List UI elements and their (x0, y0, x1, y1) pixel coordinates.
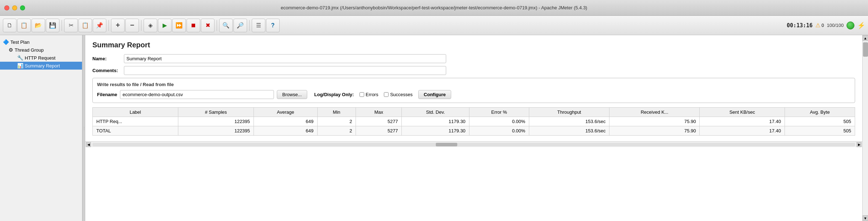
scroll-up-button[interactable]: ▲ (863, 35, 868, 41)
http-request-icon: 🔧 (17, 55, 23, 61)
open-icon: 📂 (35, 22, 42, 29)
clear-all-icon: 🔎 (237, 22, 244, 29)
start-icon: ▶ (163, 22, 167, 29)
start-button[interactable]: ▶ (158, 19, 172, 32)
remote-start-button[interactable]: ◈ (144, 19, 157, 32)
successes-checkbox[interactable] (384, 92, 389, 97)
collapse-button[interactable]: − (125, 19, 139, 32)
scroll-right-button[interactable]: ▶ (857, 142, 862, 147)
comments-label: Comments: (92, 68, 121, 73)
errors-checkbox[interactable] (360, 92, 364, 97)
col-max: Max (356, 108, 402, 117)
col-min: Min (317, 108, 356, 117)
scroll-thumb[interactable] (436, 143, 457, 146)
new-button[interactable]: 🗋 (3, 19, 16, 32)
table-cell: 5277 (356, 117, 402, 126)
expand-button[interactable]: + (111, 19, 125, 32)
clear-all-button[interactable]: 🔎 (233, 19, 247, 32)
test-plan-icon: 🔷 (3, 39, 9, 45)
table-cell: 75.90 (609, 126, 700, 136)
table-cell: 17.40 (700, 126, 785, 136)
cut-button[interactable]: ✂ (64, 19, 78, 32)
stop-button[interactable]: ⏹ (187, 19, 200, 32)
sidebar-item-test-plan[interactable]: 🔷 Test Plan (0, 38, 82, 46)
table-cell: 122395 (178, 126, 254, 136)
thread-group-icon: ⚙ (9, 47, 13, 53)
name-label: Name: (92, 56, 121, 61)
table-cell: HTTP Req... (93, 117, 178, 126)
separator-5 (249, 20, 250, 31)
col-error-pct: Error % (469, 108, 529, 117)
function-helper-button[interactable]: ☰ (252, 19, 265, 32)
file-row: Filename Browse... Log/Display Only: Err… (97, 90, 850, 99)
col-throughput: Throughput (529, 108, 609, 117)
browse-button[interactable]: Browse... (277, 90, 307, 99)
scroll-track[interactable] (92, 143, 855, 146)
sidebar-item-http-request[interactable]: 🔧 HTTP Request (0, 54, 82, 62)
sidebar-divider[interactable]: ⋮ (82, 35, 85, 221)
cut-icon: ✂ (69, 22, 73, 29)
save-icon: 💾 (49, 22, 56, 29)
sidebar-item-label-test-plan: Test Plan (10, 39, 29, 45)
name-row: Name: (92, 54, 855, 63)
table-cell: 1179.30 (402, 117, 469, 126)
expand-icon: + (116, 21, 120, 29)
log-display-label: Log/Display Only: (314, 92, 354, 97)
clear-icon: 🔍 (222, 22, 230, 29)
help-icon: ? (271, 22, 275, 29)
table-cell: TOTAL (93, 126, 178, 136)
help-button[interactable]: ? (266, 19, 280, 32)
bottom-scrollbar[interactable]: ◀ ▶ (85, 141, 862, 147)
start-no-pause-button[interactable]: ⏩ (172, 19, 186, 32)
collapse-icon: − (130, 21, 134, 29)
minimize-button[interactable] (12, 5, 17, 10)
open-template-button[interactable]: 📋 (17, 19, 31, 32)
save-button[interactable]: 💾 (46, 19, 59, 32)
template-icon: 📋 (20, 22, 28, 29)
configure-button[interactable]: Configure (418, 90, 451, 99)
table-cell: 0.00% (469, 126, 529, 136)
sidebar: 🔷 Test Plan ⚙ Thread Group 🔧 HTTP Reques… (0, 35, 82, 221)
col-received-kb: Received K... (609, 108, 700, 117)
successes-checkbox-group: Successes (384, 92, 413, 97)
window-controls (4, 5, 25, 10)
errors-checkbox-group: Errors (360, 92, 378, 97)
stop-icon: ⏹ (191, 22, 196, 29)
scroll-left-button[interactable]: ◀ (86, 142, 91, 147)
filename-input[interactable] (120, 90, 274, 99)
close-button[interactable] (4, 5, 9, 10)
sidebar-item-thread-group[interactable]: ⚙ Thread Group (0, 46, 82, 54)
comments-input[interactable] (124, 66, 446, 75)
toolbar-right: 00:13:16 ⚠ 0 100/100 ⚡ (787, 22, 865, 29)
paste-button[interactable]: 📌 (93, 19, 106, 32)
table-cell: 649 (254, 126, 318, 136)
open-button[interactable]: 📂 (32, 19, 45, 32)
file-section-title: Write results to file / Read from file (97, 82, 850, 87)
table-cell: 1179.30 (402, 126, 469, 136)
content-area: Summary Report Name: Comments: Write res… (85, 35, 862, 221)
titlebar: ecommerce-demo-0719.jmx (/Users/anthonyb… (0, 0, 868, 16)
results-table: Label # Samples Average Min Max Std. Dev… (92, 107, 855, 136)
copy-icon: 📋 (82, 22, 89, 29)
shutdown-icon: ✖ (206, 22, 210, 29)
separator-1 (62, 20, 62, 31)
name-input[interactable] (124, 54, 446, 63)
table-row: TOTAL122395649252771179.300.00%153.6/sec… (93, 126, 855, 136)
errors-label: Errors (366, 92, 378, 97)
sidebar-item-summary-report[interactable]: 📊 Summary Report (0, 62, 82, 70)
separator-2 (108, 20, 109, 31)
col-average: Average (254, 108, 318, 117)
scroll-down-button[interactable]: ▼ (863, 215, 868, 221)
remote-icon[interactable]: ⚡ (857, 22, 865, 29)
clear-button[interactable]: 🔍 (219, 19, 233, 32)
shutdown-button[interactable]: ✖ (201, 19, 214, 32)
maximize-button[interactable] (20, 5, 25, 10)
start-no-pause-icon: ⏩ (175, 22, 183, 29)
right-scrollbar[interactable]: ▲ ▼ (862, 35, 868, 221)
thread-count: 100/100 (827, 23, 844, 28)
function-helper-icon: ☰ (256, 22, 261, 29)
col-sent-kb: Sent KB/sec (700, 108, 785, 117)
table-cell: 505 (785, 126, 855, 136)
copy-button[interactable]: 📋 (78, 19, 92, 32)
v-scroll-thumb[interactable] (863, 42, 868, 57)
